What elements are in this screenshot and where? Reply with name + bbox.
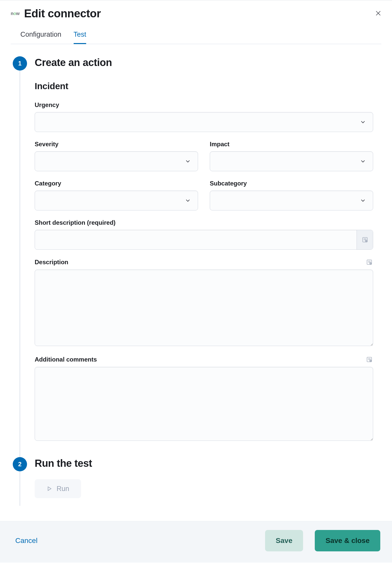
category-select[interactable] xyxy=(35,191,198,210)
flyout-title: Edit connector xyxy=(24,7,101,20)
short-description-insert-variable-button[interactable] xyxy=(357,230,373,249)
insert-variable-icon xyxy=(366,356,372,363)
step1-title: Create an action xyxy=(35,57,373,68)
tabs: Configuration Test xyxy=(11,31,381,44)
step-connector-line xyxy=(20,471,20,506)
additional-comments-label: Additional comments xyxy=(35,356,97,363)
step2-number-badge: 2 xyxy=(13,457,27,471)
step-run-test: 2 Run the test Run xyxy=(13,457,373,506)
short-description-input[interactable] xyxy=(35,230,357,249)
incident-section-title: Incident xyxy=(35,81,373,91)
chevron-down-icon xyxy=(360,197,366,204)
additional-comments-insert-variable-button[interactable] xyxy=(365,356,373,363)
chevron-down-icon xyxy=(360,119,366,125)
severity-label: Severity xyxy=(35,141,58,148)
tab-test[interactable]: Test xyxy=(74,31,86,44)
step2-title: Run the test xyxy=(35,458,373,469)
description-label: Description xyxy=(35,259,68,266)
insert-variable-icon xyxy=(366,259,372,265)
chevron-down-icon xyxy=(185,158,191,165)
tab-configuration[interactable]: Configuration xyxy=(20,31,61,44)
step2-marker: 2 xyxy=(13,457,27,506)
step-create-action: 1 Create an action Incident Urgency xyxy=(13,56,373,457)
insert-variable-icon xyxy=(362,237,368,243)
category-label: Category xyxy=(35,180,61,187)
flyout-footer: Cancel Save Save & close xyxy=(0,521,392,563)
impact-label: Impact xyxy=(210,141,229,148)
urgency-label: Urgency xyxy=(35,101,59,109)
additional-comments-textarea[interactable] xyxy=(35,367,373,441)
step-connector-line xyxy=(20,71,20,457)
step1-marker: 1 xyxy=(13,56,27,457)
short-description-label: Short description (required) xyxy=(35,219,115,226)
cancel-button[interactable]: Cancel xyxy=(15,537,37,545)
close-icon xyxy=(375,10,382,17)
subcategory-label: Subcategory xyxy=(210,180,247,187)
flyout-body: 1 Create an action Incident Urgency xyxy=(0,44,392,521)
connector-logo: now xyxy=(11,11,20,16)
save-and-close-button[interactable]: Save & close xyxy=(315,530,380,551)
edit-connector-flyout: now Edit connector Configuration Test 1 … xyxy=(0,0,392,563)
flyout-header: now Edit connector Configuration Test xyxy=(0,1,392,44)
description-insert-variable-button[interactable] xyxy=(365,258,373,266)
run-button-label: Run xyxy=(57,485,69,493)
urgency-select[interactable] xyxy=(35,112,373,132)
step1-number-badge: 1 xyxy=(13,56,27,71)
close-button[interactable] xyxy=(373,8,383,18)
subcategory-select[interactable] xyxy=(210,191,373,210)
play-icon xyxy=(46,486,52,491)
run-button[interactable]: Run xyxy=(35,479,81,498)
chevron-down-icon xyxy=(185,197,191,204)
severity-select[interactable] xyxy=(35,151,198,171)
save-button[interactable]: Save xyxy=(265,530,303,551)
short-description-group xyxy=(35,230,373,250)
chevron-down-icon xyxy=(360,158,366,165)
description-textarea[interactable] xyxy=(35,270,373,346)
impact-select[interactable] xyxy=(210,151,373,171)
